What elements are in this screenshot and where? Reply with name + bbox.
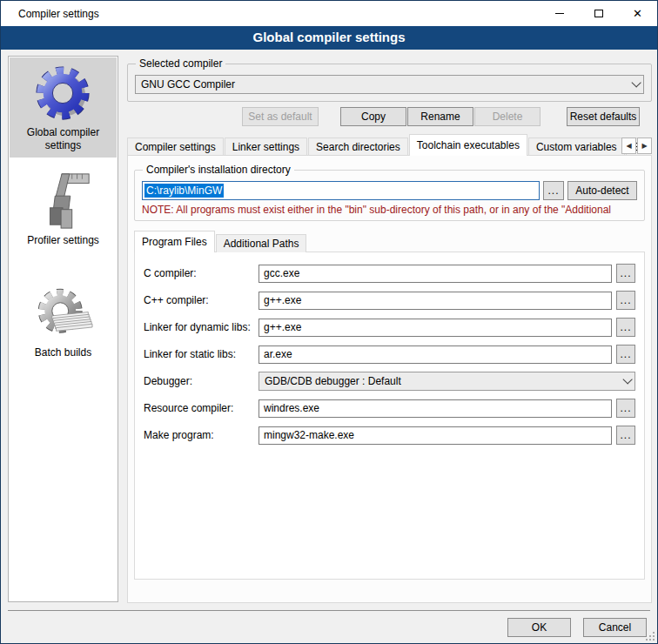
ok-button[interactable]: OK	[507, 618, 571, 637]
close-button[interactable]: ✕	[618, 1, 657, 26]
make-program-label: Make program:	[144, 429, 258, 441]
cpp-compiler-label: C++ compiler:	[144, 294, 258, 306]
sidebar-item-label: Global compiler settings	[10, 124, 117, 158]
make-program-row: Make program: ...	[144, 426, 635, 445]
c-compiler-input[interactable]	[258, 265, 612, 283]
compiler-select[interactable]: GNU GCC Compiler	[135, 75, 644, 94]
static-linker-label: Linker for static libs:	[144, 348, 258, 360]
installation-directory-group: Compiler's installation directory C:\ray…	[134, 170, 645, 221]
page-title: Global compiler settings	[1, 26, 657, 50]
make-program-input[interactable]	[258, 426, 612, 445]
program-files-tab-strip: Program Files Additional Paths	[134, 231, 645, 252]
compiler-actions-row: Set as default Copy Rename Delete Reset …	[127, 107, 652, 126]
dynamic-linker-browse-button[interactable]: ...	[616, 318, 635, 337]
installation-directory-input[interactable]: C:\raylib\MinGW	[142, 181, 540, 200]
sidebar-item-label: Batch builds	[9, 345, 118, 365]
maximize-icon	[594, 10, 603, 17]
main-panel: Selected compiler GNU GCC Compiler Set a…	[127, 55, 652, 603]
selected-compiler-group-label: Selected compiler	[136, 57, 225, 70]
debugger-label: Debugger:	[144, 375, 258, 387]
make-program-browse-button[interactable]: ...	[616, 426, 635, 445]
dynamic-linker-input[interactable]	[258, 319, 612, 337]
tab-custom-variables[interactable]: Custom variables	[528, 138, 625, 156]
bin-subdirectory-note: NOTE: All programs must exist either in …	[142, 204, 637, 216]
resource-compiler-row: Resource compiler: ...	[144, 399, 635, 418]
window-title: Compiler settings	[1, 8, 540, 20]
maximize-button[interactable]	[579, 1, 618, 26]
compiler-select-value: GNU GCC Compiler	[141, 78, 631, 91]
installation-directory-row: C:\raylib\MinGW ... Auto-detect	[142, 181, 637, 200]
tab-compiler-settings[interactable]: Compiler settings	[127, 138, 224, 156]
static-linker-row: Linker for static libs: ...	[144, 345, 635, 364]
toolchain-executables-page: Compiler's installation directory C:\ray…	[127, 155, 652, 603]
resource-compiler-input[interactable]	[258, 399, 612, 418]
sidebar-item-label: Profiler settings	[9, 232, 118, 252]
settings-category-sidebar: Global compiler settings Profiler settin…	[8, 56, 118, 602]
reset-defaults-button[interactable]: Reset defaults	[567, 107, 640, 126]
static-linker-input[interactable]	[258, 345, 612, 364]
tab-search-directories[interactable]: Search directories	[308, 138, 408, 156]
subtab-additional-paths[interactable]: Additional Paths	[216, 234, 307, 252]
program-files-page: C compiler: ... C++ compiler: ... Linker…	[134, 252, 645, 580]
c-compiler-label: C compiler:	[144, 267, 258, 279]
installation-directory-group-label: Compiler's installation directory	[143, 164, 294, 176]
c-compiler-browse-button[interactable]: ...	[616, 264, 635, 283]
copy-button[interactable]: Copy	[340, 107, 406, 126]
c-compiler-row: C compiler: ...	[144, 264, 635, 283]
footer-separator	[8, 610, 650, 611]
set-as-default-button[interactable]: Set as default	[242, 107, 319, 126]
close-icon: ✕	[633, 8, 642, 19]
browse-directory-button[interactable]: ...	[543, 181, 564, 200]
rename-button[interactable]: Rename	[407, 107, 473, 126]
tab-scroll-left-button[interactable]: ◀	[621, 138, 636, 154]
caliper-icon	[33, 170, 94, 232]
auto-detect-button[interactable]: Auto-detect	[567, 181, 637, 200]
sidebar-item-profiler-settings[interactable]: Profiler settings	[9, 170, 118, 252]
minimize-icon	[555, 13, 564, 14]
title-bar: Compiler settings ✕	[1, 1, 657, 26]
debugger-row: Debugger: GDB/CDB debugger : Default	[144, 372, 635, 391]
subtab-program-files[interactable]: Program Files	[134, 231, 215, 252]
blue-gear-icon	[33, 62, 94, 124]
dynamic-linker-label: Linker for dynamic libs:	[144, 321, 258, 333]
tab-toolchain-executables[interactable]: Toolchain executables	[409, 134, 527, 156]
delete-button[interactable]: Delete	[474, 107, 540, 126]
sidebar-item-batch-builds[interactable]: Batch builds	[9, 284, 118, 365]
dialog-footer: OK Cancel	[507, 618, 647, 637]
cpp-compiler-input[interactable]	[258, 292, 612, 310]
tab-linker-settings[interactable]: Linker settings	[225, 138, 307, 156]
debugger-select-value: GDB/CDB debugger : Default	[265, 375, 622, 387]
gray-gear-stack-icon	[34, 284, 93, 345]
cpp-compiler-browse-button[interactable]: ...	[616, 291, 635, 310]
dynamic-linker-row: Linker for dynamic libs: ...	[144, 318, 635, 337]
compiler-settings-window: Compiler settings ✕ Global compiler sett…	[0, 0, 658, 644]
static-linker-browse-button[interactable]: ...	[616, 345, 635, 364]
cancel-button[interactable]: Cancel	[583, 618, 647, 637]
chevron-down-icon	[622, 374, 632, 384]
resize-grip[interactable]	[646, 632, 655, 641]
chevron-down-icon	[631, 77, 641, 87]
tab-scroll-right-button[interactable]: ▶	[637, 138, 652, 154]
tab-scroll-arrows: ◀ ▶	[621, 138, 652, 154]
debugger-select[interactable]: GDB/CDB debugger : Default	[258, 372, 635, 391]
settings-tab-strip: Compiler settings Linker settings Search…	[127, 134, 652, 156]
cpp-compiler-row: C++ compiler: ...	[144, 291, 635, 310]
resource-compiler-browse-button[interactable]: ...	[616, 399, 635, 418]
sidebar-item-global-compiler-settings[interactable]: Global compiler settings	[10, 57, 117, 158]
selected-compiler-group: Selected compiler GNU GCC Compiler	[127, 64, 652, 102]
resource-compiler-label: Resource compiler:	[144, 402, 258, 414]
installation-directory-selected-text: C:\raylib\MinGW	[144, 184, 224, 198]
minimize-button[interactable]	[540, 1, 579, 26]
